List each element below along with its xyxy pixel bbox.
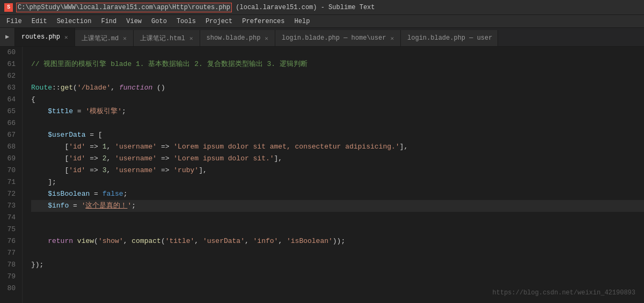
- tab-arrow[interactable]: ▶: [0, 28, 15, 46]
- menu-find[interactable]: Find: [97, 17, 121, 26]
- menu-project[interactable]: Project: [201, 17, 237, 26]
- tab-login-blade-home[interactable]: login.blade.php — home\user ✕: [275, 30, 401, 46]
- code-line-75: [31, 224, 644, 235]
- tab-label: routes.php: [21, 33, 60, 41]
- code-line-70: ['id' => 3, 'username' => 'ruby'],: [31, 165, 644, 176]
- menu-file[interactable]: File: [2, 17, 26, 26]
- code-line-64: {: [31, 94, 644, 106]
- code-line-73: $info = '这个是真的！';: [31, 200, 644, 212]
- tab-close-notes-md[interactable]: ✕: [122, 34, 128, 42]
- menu-selection[interactable]: Selection: [53, 17, 96, 26]
- code-line-60: [31, 47, 644, 58]
- app-icon: S: [4, 3, 13, 12]
- menu-help[interactable]: Help: [290, 17, 314, 26]
- tab-routes-php[interactable]: routes.php ✕: [15, 28, 75, 46]
- line-numbers: 60 61 62 63 64 65 66 67 68 69 70 71 72 7…: [0, 47, 23, 303]
- tab-login-blade-user[interactable]: login.blade.php — user: [401, 30, 498, 46]
- tabbar: ▶ routes.php ✕ 上课笔记.md ✕ 上课笔记.html ✕ sho…: [0, 28, 644, 47]
- title-path-highlight: C:\phpStudy\WWW\local.laravel51.com\app\…: [16, 3, 232, 12]
- code-line-71: ];: [31, 176, 644, 188]
- code-area[interactable]: // 视图里面的模板引擎 blade 1. 基本数据输出 2. 复合数据类型输出…: [23, 47, 644, 303]
- watermark: https://blog.csdn.net/weixin_42190893: [493, 287, 635, 299]
- code-line-79: [31, 271, 644, 283]
- menu-edit[interactable]: Edit: [27, 17, 52, 26]
- code-line-68: ['id' => 1, 'username' => 'Lorem ipsum d…: [31, 141, 644, 153]
- menu-tools[interactable]: Tools: [172, 17, 200, 26]
- menu-goto[interactable]: Goto: [147, 17, 171, 26]
- code-line-63: Route::get('/blade', function (): [31, 82, 644, 94]
- tab-notes-md[interactable]: 上课笔记.md ✕: [75, 30, 134, 46]
- code-line-61: // 视图里面的模板引擎 blade 1. 基本数据输出 2. 复合数据类型输出…: [31, 58, 644, 70]
- code-line-67: $userData = [: [31, 129, 644, 141]
- menu-preferences[interactable]: Preferences: [238, 17, 289, 26]
- code-line-76: return view('show', compact('title', 'us…: [31, 235, 644, 247]
- tab-label: 上课笔记.html: [140, 34, 185, 43]
- code-line-65: $title = '模板引擎';: [31, 106, 644, 117]
- code-line-69: ['id' => 2, 'username' => 'Lorem ipsum d…: [31, 153, 644, 165]
- tab-close-routes[interactable]: ✕: [63, 33, 69, 41]
- editor: 60 61 62 63 64 65 66 67 68 69 70 71 72 7…: [0, 47, 644, 303]
- tab-close-show-blade[interactable]: ✕: [264, 34, 269, 42]
- code-line-77: [31, 247, 644, 259]
- code-line-72: $isBoolean = false;: [31, 188, 644, 200]
- tab-notes-html[interactable]: 上课笔记.html ✕: [134, 30, 200, 46]
- code-line-74: [31, 212, 644, 224]
- tab-close-login-blade-home[interactable]: ✕: [389, 34, 395, 42]
- tab-close-notes-html[interactable]: ✕: [188, 34, 194, 42]
- code-line-66: [31, 117, 644, 129]
- titlebar: S C:\phpStudy\WWW\local.laravel51.com\ap…: [0, 0, 644, 15]
- tab-label: show.blade.php: [207, 34, 261, 42]
- menu-view[interactable]: View: [122, 17, 146, 26]
- tab-label: 上课笔记.md: [82, 34, 119, 43]
- menubar: File Edit Selection Find View Goto Tools…: [0, 15, 644, 28]
- code-line-78: });: [31, 259, 644, 271]
- title-path: C:\phpStudy\WWW\local.laravel51.com\app\…: [16, 4, 375, 11]
- tab-label: login.blade.php — home\user: [282, 34, 386, 42]
- tab-show-blade[interactable]: show.blade.php ✕: [200, 30, 275, 46]
- code-line-62: [31, 70, 644, 82]
- tab-label: login.blade.php — user: [407, 34, 492, 42]
